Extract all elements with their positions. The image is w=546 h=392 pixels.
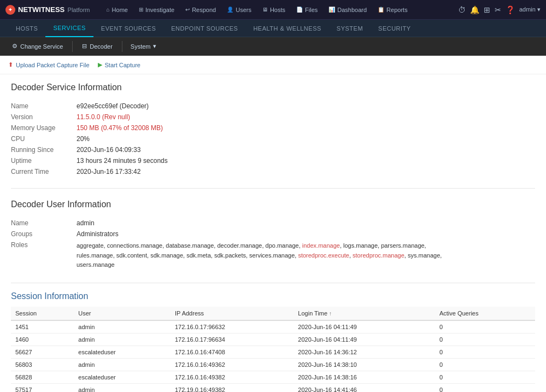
session-queries: 0 — [435, 333, 535, 346]
session-ip: 172.19.0.16:49382 — [171, 383, 293, 392]
main-content: ⬆ Upload Packet Capture File ▶ Start Cap… — [0, 56, 546, 392]
info-row-cpu: CPU 20% — [11, 133, 535, 144]
sec-nav-hosts[interactable]: HOSTS — [8, 20, 45, 37]
label-cpu: CPU — [11, 135, 77, 143]
session-table-body: 1451 admin 172.16.0.17:96632 2020-Jun-16… — [11, 320, 535, 392]
session-queries: 0 — [435, 383, 535, 392]
sec-nav-services[interactable]: SERVICES — [45, 20, 93, 37]
label-memory: Memory Usage — [11, 124, 77, 132]
role-link-storedproc-execute[interactable]: storedproc.execute — [298, 252, 349, 259]
files-icon: 📄 — [296, 7, 303, 13]
nav-home[interactable]: ⌂Home — [101, 0, 133, 20]
table-row: 1460 admin 172.16.0.17:96634 2020-Jun-16… — [11, 333, 535, 346]
session-queries: 0 — [435, 371, 535, 383]
toolbar: ⚙ Change Service ⊟ Decoder System ▾ — [0, 37, 546, 56]
session-login: 2020-Jun-16 14:38:16 — [293, 371, 435, 383]
admin-menu[interactable]: admin ▾ — [519, 6, 541, 13]
col-login-time[interactable]: Login Time — [293, 307, 435, 320]
users-icon: 👤 — [227, 7, 233, 13]
user-info-section: Decoder User Information Name admin Grou… — [0, 191, 546, 280]
decoder-button[interactable]: ⊟ Decoder — [75, 37, 119, 56]
session-ip: 172.16.0.16:47408 — [171, 346, 293, 358]
chevron-down-icon: ▾ — [153, 43, 156, 50]
sec-nav-security[interactable]: SECURITY — [371, 20, 419, 37]
info-row-name: Name e92ee5cc69ef (Decoder) — [11, 101, 535, 112]
clock-icon[interactable]: ⏱ — [458, 5, 466, 14]
nav-investigate[interactable]: ⊞Investigate — [133, 0, 180, 20]
nav-files[interactable]: 📄Files — [291, 0, 323, 20]
nav-hosts[interactable]: 🖥Hosts — [257, 0, 291, 20]
value-memory: 150 MB (0.47% of 32008 MB) — [77, 124, 163, 132]
role-link-index[interactable]: index.manage — [302, 242, 340, 249]
secondary-navigation: HOSTS SERVICES EVENT SOURCES ENDPOINT SO… — [0, 20, 546, 37]
bell-icon[interactable]: 🔔 — [470, 5, 479, 14]
sec-nav-system[interactable]: SYSTEM — [329, 20, 371, 37]
value-version: 11.5.0.0 (Rev null) — [77, 113, 130, 121]
respond-icon: ↩ — [185, 7, 190, 13]
info-row-user-name: Name admin — [11, 218, 535, 229]
upload-capture-button[interactable]: ⬆ Upload Packet Capture File — [8, 61, 90, 68]
reports-icon: 📋 — [378, 7, 384, 13]
upload-icon: ⬆ — [8, 61, 13, 68]
sec-nav-endpoint-sources[interactable]: ENDPOINT SOURCES — [163, 20, 245, 37]
nav-users[interactable]: 👤Users — [221, 0, 257, 20]
info-row-version: Version 11.5.0.0 (Rev null) — [11, 112, 535, 122]
session-ip: 172.16.0.17:96632 — [171, 320, 293, 334]
label-groups: Groups — [11, 230, 77, 238]
session-id[interactable]: 56803 — [11, 358, 74, 371]
decoder-icon: ⊟ — [82, 43, 87, 50]
user-info-title: Decoder User Information — [11, 200, 535, 209]
table-row: 56828 escalateduser 172.16.0.16:49382 20… — [11, 371, 535, 383]
label-uptime: Uptime — [11, 157, 77, 165]
hosts-icon: 🖥 — [262, 7, 268, 13]
role-link-storedproc-manage[interactable]: storedproc.manage — [353, 252, 404, 259]
app-logo[interactable]: ✦ NETWITNESS Platform — [5, 5, 90, 15]
value-cpu: 20% — [77, 135, 90, 143]
table-row: 1451 admin 172.16.0.17:96632 2020-Jun-16… — [11, 320, 535, 334]
user-info-table: Name admin Groups Administrators Roles a… — [11, 218, 535, 272]
value-uptime: 13 hours 24 minutes 9 seconds — [77, 157, 168, 165]
change-service-button[interactable]: ⚙ Change Service — [5, 37, 69, 56]
session-id[interactable]: 57517 — [11, 383, 74, 392]
session-info-title: Session Information — [11, 291, 535, 301]
label-version: Version — [11, 113, 77, 121]
session-ip: 172.16.0.17:96634 — [171, 333, 293, 346]
sec-nav-event-sources[interactable]: EVENT SOURCES — [93, 20, 163, 37]
col-user[interactable]: User — [74, 307, 171, 320]
system-menu[interactable]: System ▾ — [125, 43, 162, 50]
info-row-roles: Roles aggregate, connections.manage, dat… — [11, 239, 535, 272]
investigate-icon: ⊞ — [139, 7, 143, 13]
value-user-name: admin — [77, 219, 95, 227]
session-user: admin — [74, 320, 171, 334]
session-login: 2020-Jun-16 14:38:10 — [293, 358, 435, 371]
col-session[interactable]: Session — [11, 307, 74, 320]
toolbar-separator-2 — [122, 41, 122, 52]
session-login: 2020-Jun-16 04:11:49 — [293, 333, 435, 346]
label-name: Name — [11, 102, 77, 110]
info-row-memory: Memory Usage 150 MB (0.47% of 32008 MB) — [11, 122, 535, 133]
nav-dashboard[interactable]: 📊Dashboard — [323, 0, 372, 20]
session-id[interactable]: 1451 — [11, 320, 74, 334]
col-ip-address[interactable]: IP Address — [171, 307, 293, 320]
session-ip: 172.16.0.16:49382 — [171, 371, 293, 383]
service-info-title: Decoder Service Information — [11, 83, 535, 92]
sec-nav-health-wellness[interactable]: HEALTH & WELLNESS — [245, 20, 328, 37]
nav-respond[interactable]: ↩Respond — [180, 0, 221, 20]
section-divider — [11, 188, 535, 189]
col-active-queries[interactable]: Active Queries — [435, 307, 535, 320]
value-groups: Administrators — [77, 230, 119, 238]
service-info-section: Decoder Service Information Name e92ee5c… — [0, 74, 546, 185]
session-id[interactable]: 56627 — [11, 346, 74, 358]
session-id[interactable]: 56828 — [11, 371, 74, 383]
info-row-groups: Groups Administrators — [11, 229, 535, 239]
start-capture-button[interactable]: ▶ Start Capture — [98, 61, 140, 68]
session-id[interactable]: 1460 — [11, 333, 74, 346]
table-row: 56803 admin 172.16.0.16:49362 2020-Jun-1… — [11, 358, 535, 371]
grid-icon[interactable]: ⊞ — [484, 5, 490, 14]
top-navigation: ✦ NETWITNESS Platform ⌂Home ⊞Investigate… — [0, 0, 546, 20]
table-row: 56627 escalateduser 172.16.0.16:47408 20… — [11, 346, 535, 358]
nav-reports[interactable]: 📋Reports — [372, 0, 413, 20]
value-running-since: 2020-Jun-16 04:09:33 — [77, 146, 140, 154]
scissors-icon[interactable]: ✂ — [495, 5, 501, 14]
help-icon[interactable]: ❓ — [506, 5, 515, 14]
